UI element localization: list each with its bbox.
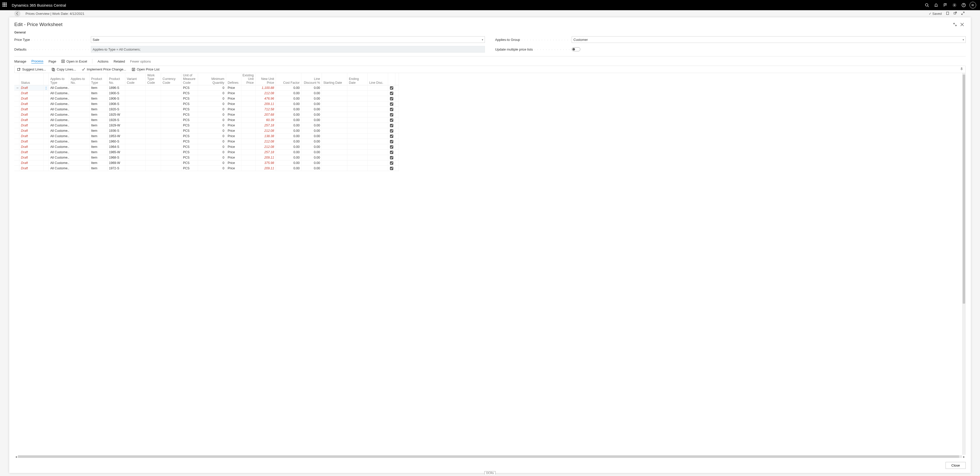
app-launcher-icon[interactable]	[3, 3, 8, 8]
notification-icon[interactable]	[932, 0, 941, 10]
back-arrow-icon[interactable]	[14, 10, 21, 17]
flag-icon[interactable]	[941, 0, 950, 10]
svg-point-2	[954, 5, 955, 6]
layout-icon[interactable]	[946, 11, 950, 16]
search-icon[interactable]	[922, 0, 932, 10]
saved-indicator: ✓ Saved	[929, 12, 942, 16]
settings-icon[interactable]	[950, 0, 959, 10]
expand-icon[interactable]	[961, 11, 965, 16]
app-title: Dynamics 365 Business Central	[12, 3, 66, 7]
titlebar: Dynamics 365 Business Central IK	[0, 0, 980, 10]
popout-icon[interactable]	[953, 11, 957, 16]
breadcrumb: Prices Overview | Work Date: 4/12/2021	[25, 12, 84, 16]
user-avatar[interactable]: IK	[968, 0, 977, 10]
svg-point-0	[925, 3, 928, 6]
svg-line-1	[928, 6, 929, 7]
background-page-header: Prices Overview | Work Date: 4/12/2021 ✓…	[0, 10, 980, 17]
help-icon[interactable]	[959, 0, 968, 10]
svg-rect-4	[947, 12, 949, 14]
